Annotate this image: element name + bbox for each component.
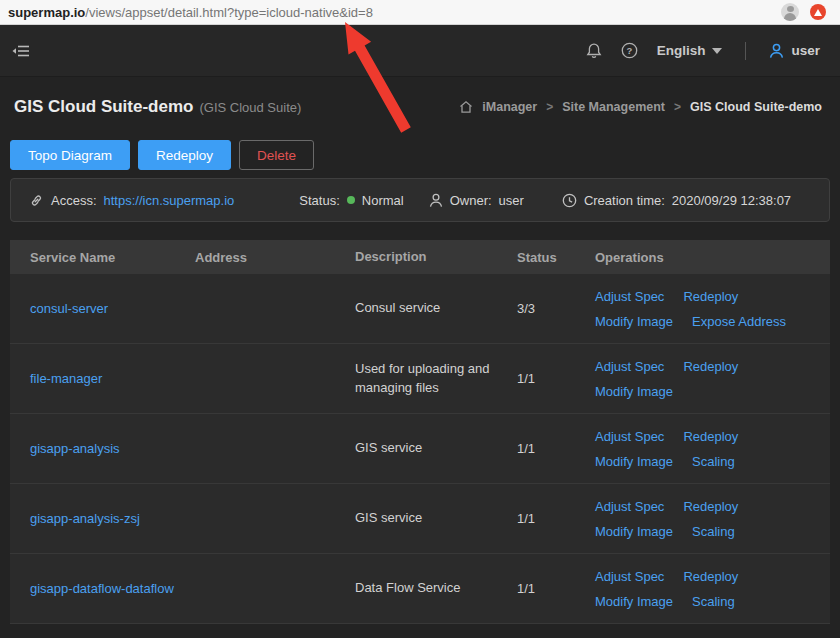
breadcrumb-imanager[interactable]: iManager xyxy=(482,100,537,114)
op-adjust-spec-link[interactable]: Adjust Spec xyxy=(595,289,664,304)
operations-line: Adjust SpecRedeploy xyxy=(595,289,830,304)
redeploy-button[interactable]: Redeploy xyxy=(138,140,231,170)
op-adjust-spec-link[interactable]: Adjust Spec xyxy=(595,499,664,514)
op-redeploy-link[interactable]: Redeploy xyxy=(683,569,738,584)
operations-line: Adjust SpecRedeploy xyxy=(595,429,830,444)
service-status: 1/1 xyxy=(517,581,595,596)
page-title: GIS Cloud Suite-demo(GIS Cloud Suite) xyxy=(14,97,301,117)
op-adjust-spec-link[interactable]: Adjust Spec xyxy=(595,429,664,444)
page-subtitle: (GIS Cloud Suite) xyxy=(199,100,301,115)
operations-cell: Adjust SpecRedeployModify Image xyxy=(595,359,830,399)
status-label: Status: xyxy=(299,193,339,208)
table-row: file-managerUsed for uploading and manag… xyxy=(10,344,830,414)
breadcrumb-current: GIS Cloud Suite-demo xyxy=(690,100,822,114)
table-row: gisapp-analysisGIS service1/1Adjust Spec… xyxy=(10,414,830,484)
table-row: gisapp-analysis-zsjGIS service1/1Adjust … xyxy=(10,484,830,554)
browser-profile-avatar-icon[interactable] xyxy=(781,3,799,21)
table-header-row: Service Name Address Description Status … xyxy=(10,240,830,274)
service-name-link[interactable]: gisapp-analysis-zsj xyxy=(30,511,140,526)
op-redeploy-link[interactable]: Redeploy xyxy=(683,499,738,514)
column-header-service-name: Service Name xyxy=(30,250,195,265)
navbar-divider xyxy=(745,42,746,60)
bell-icon[interactable] xyxy=(586,42,602,59)
service-name-cell: file-manager xyxy=(30,371,195,386)
op-redeploy-link[interactable]: Redeploy xyxy=(683,429,738,444)
operations-line: Adjust SpecRedeploy xyxy=(595,569,830,584)
op-modify-image-link[interactable]: Modify Image xyxy=(595,454,673,469)
service-name-cell: gisapp-dataflow-dataflow xyxy=(30,581,195,596)
service-name-cell: gisapp-analysis xyxy=(30,441,195,456)
url-domain: supermap.io xyxy=(8,5,85,20)
top-navbar: ? English user xyxy=(0,25,840,77)
op-modify-image-link[interactable]: Modify Image xyxy=(595,314,673,329)
creation-label: Creation time: xyxy=(584,193,665,208)
language-label: English xyxy=(657,43,706,58)
service-description: Data Flow Service xyxy=(355,579,517,598)
breadcrumb-separator: > xyxy=(674,100,681,114)
language-selector[interactable]: English xyxy=(657,43,723,58)
operations-line: Modify ImageScaling xyxy=(595,594,830,609)
operations-line: Modify Image xyxy=(595,384,830,399)
op-expose-address-link[interactable]: Expose Address xyxy=(692,314,786,329)
op-modify-image-link[interactable]: Modify Image xyxy=(595,594,673,609)
breadcrumb-site-management[interactable]: Site Management xyxy=(562,100,665,114)
username-label: user xyxy=(791,43,820,58)
chevron-down-icon xyxy=(712,48,722,54)
browser-address-bar[interactable]: supermap.io/views/appset/detail.html?typ… xyxy=(0,0,840,25)
access-info: Access: https://icn.supermap.io xyxy=(29,193,234,208)
action-toolbar: Topo Diagram Redeploy Delete xyxy=(0,140,840,170)
service-name-link[interactable]: gisapp-dataflow-dataflow xyxy=(30,581,174,596)
access-url-link[interactable]: https://icn.supermap.io xyxy=(104,193,235,208)
service-name-link[interactable]: file-manager xyxy=(30,371,102,386)
url-path: /views/appset/detail.html?type=icloud-na… xyxy=(85,5,373,20)
page-url[interactable]: supermap.io/views/appset/detail.html?typ… xyxy=(8,5,373,20)
column-header-status: Status xyxy=(517,250,595,265)
op-modify-image-link[interactable]: Modify Image xyxy=(595,524,673,539)
operations-line: Adjust SpecRedeploy xyxy=(595,359,830,374)
table-row: gisapp-dataflow-dataflowData Flow Servic… xyxy=(10,554,830,624)
op-scaling-link[interactable]: Scaling xyxy=(692,524,735,539)
svg-text:?: ? xyxy=(626,45,632,56)
owner-value: user xyxy=(499,193,524,208)
access-label: Access: xyxy=(51,193,97,208)
op-redeploy-link[interactable]: Redeploy xyxy=(683,289,738,304)
operations-line: Adjust SpecRedeploy xyxy=(595,499,830,514)
status-dot-icon xyxy=(347,196,355,204)
home-icon xyxy=(459,100,473,114)
op-redeploy-link[interactable]: Redeploy xyxy=(683,359,738,374)
service-name-cell: gisapp-analysis-zsj xyxy=(30,511,195,526)
clock-icon xyxy=(562,193,577,208)
status-value: Normal xyxy=(362,193,404,208)
services-table: Service Name Address Description Status … xyxy=(10,240,830,624)
service-description: Used for uploading and managing files xyxy=(355,360,517,398)
service-status: 3/3 xyxy=(517,301,595,316)
op-scaling-link[interactable]: Scaling xyxy=(692,454,735,469)
service-name-link[interactable]: consul-server xyxy=(30,301,108,316)
operations-cell: Adjust SpecRedeployModify ImageExpose Ad… xyxy=(595,289,830,329)
operations-line: Modify ImageScaling xyxy=(595,524,830,539)
owner-info: Owner: user xyxy=(429,193,524,208)
operations-cell: Adjust SpecRedeployModify ImageScaling xyxy=(595,569,830,609)
service-description: Consul service xyxy=(355,299,517,318)
op-adjust-spec-link[interactable]: Adjust Spec xyxy=(595,359,664,374)
breadcrumb: iManager > Site Management > GIS Cloud S… xyxy=(459,100,822,114)
browser-update-badge-icon[interactable] xyxy=(810,4,826,20)
op-modify-image-link[interactable]: Modify Image xyxy=(595,384,673,399)
user-icon xyxy=(769,43,784,59)
app-info-bar: Access: https://icn.supermap.io Status: … xyxy=(10,178,830,222)
op-scaling-link[interactable]: Scaling xyxy=(692,594,735,609)
topo-diagram-button[interactable]: Topo Diagram xyxy=(10,140,130,170)
help-icon[interactable]: ? xyxy=(621,42,638,59)
operations-line: Modify ImageExpose Address xyxy=(595,314,830,329)
creation-time-info: Creation time: 2020/09/29 12:38:07 xyxy=(562,193,791,208)
status-info: Status: Normal xyxy=(299,193,403,208)
service-table-body: consul-serverConsul service3/3Adjust Spe… xyxy=(10,274,830,624)
owner-label: Owner: xyxy=(450,193,492,208)
service-name-link[interactable]: gisapp-analysis xyxy=(30,441,120,456)
delete-button[interactable]: Delete xyxy=(239,140,314,170)
op-adjust-spec-link[interactable]: Adjust Spec xyxy=(595,569,664,584)
user-menu[interactable]: user xyxy=(769,43,820,59)
menu-fold-icon[interactable] xyxy=(12,43,30,59)
service-status: 1/1 xyxy=(517,371,595,386)
column-header-operations: Operations xyxy=(595,250,830,265)
